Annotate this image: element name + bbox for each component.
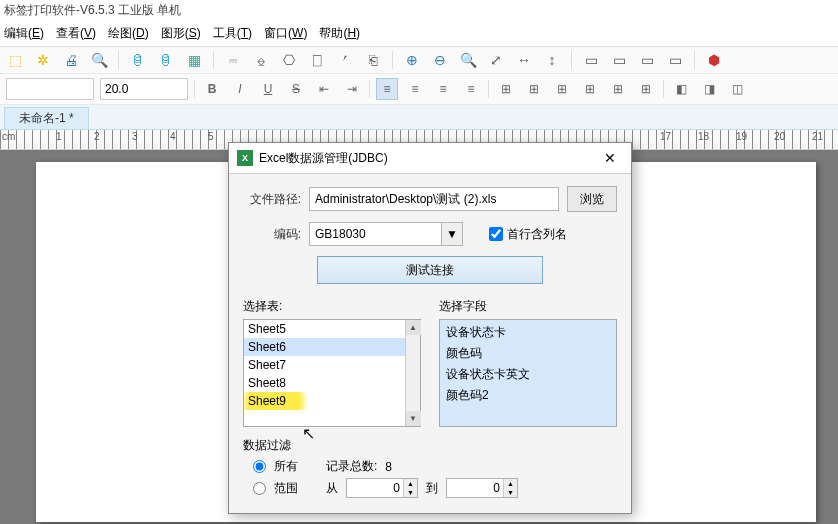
zoom-out-icon[interactable]: ⊖: [431, 51, 449, 69]
to-label: 到: [426, 480, 438, 497]
sep: [488, 80, 489, 98]
dist-1-button[interactable]: ⊞: [495, 78, 517, 100]
layer-4-icon[interactable]: ▭: [666, 51, 684, 69]
align-4-icon[interactable]: ⎕: [308, 51, 326, 69]
strike-button[interactable]: S: [285, 78, 307, 100]
pdf-icon[interactable]: ⬢: [705, 51, 723, 69]
list-item[interactable]: Sheet8: [244, 374, 405, 392]
sep: [213, 51, 214, 69]
scrollbar[interactable]: ▲ ▼: [405, 320, 420, 426]
first-row-checkbox-input[interactable]: [489, 227, 503, 241]
file-path-label: 文件路径:: [243, 191, 301, 208]
layer-3-icon[interactable]: ▭: [638, 51, 656, 69]
list-item[interactable]: 设备状态卡: [440, 322, 616, 343]
dist-6-button[interactable]: ⊞: [635, 78, 657, 100]
spin-up-icon[interactable]: ▲: [404, 479, 417, 488]
menu-help[interactable]: 帮助(H): [319, 25, 360, 42]
print-icon[interactable]: 🖨: [62, 51, 80, 69]
list-item[interactable]: 设备状态卡英文: [440, 364, 616, 385]
align-3-icon[interactable]: ⎔: [280, 51, 298, 69]
list-item[interactable]: 颜色码2: [440, 385, 616, 406]
record-total-label: 记录总数:: [326, 458, 377, 475]
align-right-button[interactable]: ≡: [432, 78, 454, 100]
from-label: 从: [326, 480, 338, 497]
close-icon[interactable]: ✕: [597, 149, 623, 167]
italic-button[interactable]: I: [229, 78, 251, 100]
list-item[interactable]: Sheet6: [244, 338, 405, 356]
dialog-title: Excel数据源管理(JDBC): [259, 150, 388, 167]
menu-tool[interactable]: 工具(T): [213, 25, 252, 42]
fit-icon[interactable]: ⤢: [487, 51, 505, 69]
misc-1-button[interactable]: ◧: [670, 78, 692, 100]
filter-all-label: 所有: [274, 458, 298, 475]
list-item[interactable]: Sheet9: [244, 392, 405, 410]
menu-draw[interactable]: 绘图(D): [108, 25, 149, 42]
filter-all-radio[interactable]: [253, 460, 266, 473]
first-row-checkbox[interactable]: 首行含列名: [489, 226, 567, 243]
layer-2-icon[interactable]: ▭: [610, 51, 628, 69]
align-5-icon[interactable]: ⎖: [336, 51, 354, 69]
dialog-title-bar[interactable]: X Excel数据源管理(JDBC) ✕: [229, 143, 631, 174]
bold-button[interactable]: B: [201, 78, 223, 100]
spin-down-icon[interactable]: ▼: [504, 488, 517, 497]
zoom-in-icon[interactable]: ⊕: [403, 51, 421, 69]
misc-2-button[interactable]: ◨: [698, 78, 720, 100]
menu-window[interactable]: 窗口(W): [264, 25, 307, 42]
tables-listbox[interactable]: Sheet5 Sheet6 Sheet7 Sheet8 Sheet9 ▲ ▼: [243, 319, 421, 427]
menu-bar: 编辑(E) 查看(V) 绘图(D) 图形(S) 工具(T) 窗口(W) 帮助(H…: [0, 21, 838, 47]
list-item[interactable]: 颜色码: [440, 343, 616, 364]
gear-icon[interactable]: ✲: [34, 51, 52, 69]
scroll-up-icon[interactable]: ▲: [406, 320, 421, 335]
align-left-button[interactable]: ≡: [376, 78, 398, 100]
preview-icon[interactable]: 🔍: [90, 51, 108, 69]
sep: [118, 51, 119, 69]
excel-icon: X: [237, 150, 253, 166]
grid-icon[interactable]: ▦: [185, 51, 203, 69]
toolbar-main: ⬚ ✲ 🖨 🔍 🛢 🛢 ▦ ⎓ ⎒ ⎔ ⎕ ⎖ ⎗ ⊕ ⊖ 🔍 ⤢ ↔ ↕ ▭ …: [0, 47, 838, 74]
select-table-label: 选择表:: [243, 298, 421, 315]
to-input[interactable]: [447, 479, 503, 497]
database-mgr-icon[interactable]: 🛢: [157, 51, 175, 69]
indent-dec-button[interactable]: ⇤: [313, 78, 335, 100]
encoding-input[interactable]: [309, 222, 441, 246]
dist-2-button[interactable]: ⊞: [523, 78, 545, 100]
from-input[interactable]: [347, 479, 403, 497]
list-item[interactable]: Sheet7: [244, 356, 405, 374]
scroll-down-icon[interactable]: ▼: [406, 411, 421, 426]
database-icon[interactable]: 🛢: [129, 51, 147, 69]
file-path-input[interactable]: [309, 187, 559, 211]
value-a-input[interactable]: [6, 78, 94, 100]
dist-3-button[interactable]: ⊞: [551, 78, 573, 100]
misc-3-button[interactable]: ◫: [726, 78, 748, 100]
indent-inc-button[interactable]: ⇥: [341, 78, 363, 100]
sep: [663, 80, 664, 98]
dist-5-button[interactable]: ⊞: [607, 78, 629, 100]
fit-4-icon[interactable]: ↕: [543, 51, 561, 69]
align-2-icon[interactable]: ⎒: [252, 51, 270, 69]
fit-3-icon[interactable]: ↔: [515, 51, 533, 69]
page-setup-icon[interactable]: ⬚: [6, 51, 24, 69]
record-total-value: 8: [385, 460, 392, 474]
browse-button[interactable]: 浏览: [567, 186, 617, 212]
menu-view[interactable]: 查看(V): [56, 25, 96, 42]
encoding-dropdown-button[interactable]: ▼: [441, 222, 463, 246]
filter-range-radio[interactable]: [253, 482, 266, 495]
menu-shape[interactable]: 图形(S): [161, 25, 201, 42]
layer-1-icon[interactable]: ▭: [582, 51, 600, 69]
value-b-input[interactable]: [100, 78, 188, 100]
spin-up-icon[interactable]: ▲: [504, 479, 517, 488]
tab-doc-1[interactable]: 未命名-1 *: [4, 107, 89, 129]
align-justify-button[interactable]: ≡: [460, 78, 482, 100]
spin-down-icon[interactable]: ▼: [404, 488, 417, 497]
align-6-icon[interactable]: ⎗: [364, 51, 382, 69]
align-1-icon[interactable]: ⎓: [224, 51, 242, 69]
dist-4-button[interactable]: ⊞: [579, 78, 601, 100]
list-item[interactable]: Sheet5: [244, 320, 405, 338]
app-title: 标签打印软件-V6.5.3 工业版 单机: [4, 3, 181, 17]
menu-edit[interactable]: 编辑(E): [4, 25, 44, 42]
align-center-button[interactable]: ≡: [404, 78, 426, 100]
underline-button[interactable]: U: [257, 78, 279, 100]
zoom-region-icon[interactable]: 🔍: [459, 51, 477, 69]
test-connection-button[interactable]: 测试连接: [317, 256, 543, 284]
fields-listbox[interactable]: 设备状态卡 颜色码 设备状态卡英文 颜色码2: [439, 319, 617, 427]
